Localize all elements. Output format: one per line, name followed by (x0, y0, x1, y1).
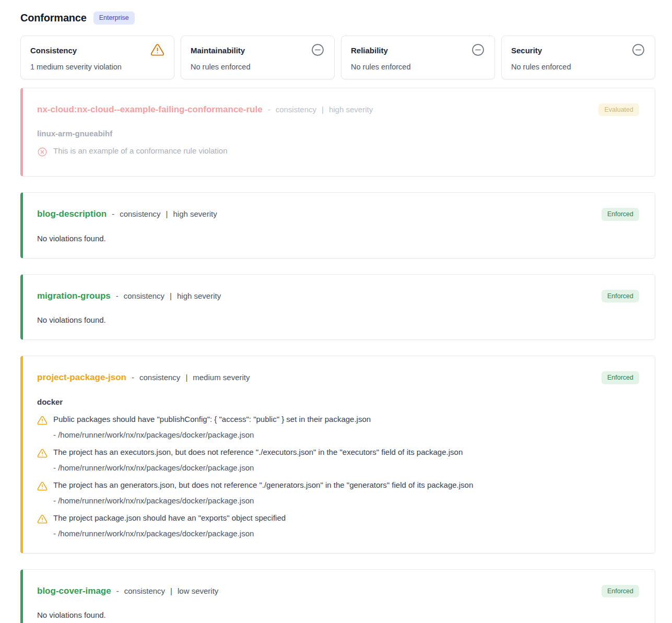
summary-card-consistency: Consistency 1 medium severity violation (20, 36, 174, 79)
rule-name-link[interactable]: project-package-json (37, 372, 126, 383)
rule-result-text: No violations found. (37, 610, 639, 619)
rule-category: consistency (276, 105, 316, 114)
project-name: linux-arm-gnueabihf (37, 129, 639, 138)
rule-result-text: No violations found. (37, 315, 639, 324)
rule-severity: low severity (178, 586, 218, 595)
page-title: Conformance (20, 12, 87, 24)
rule-severity: high severity (177, 291, 221, 300)
summary-card-title: Consistency (30, 43, 77, 55)
rule-severity: medium severity (193, 373, 250, 382)
status-badge: Enforced (602, 208, 639, 221)
violation-file-path: - /home/runner/work/nx/nx/packages/docke… (37, 496, 639, 505)
violation-file-path: - /home/runner/work/nx/nx/packages/docke… (37, 463, 639, 472)
warning-triangle-icon (37, 415, 48, 426)
page-header: Conformance Enterprise (20, 11, 655, 25)
meta-dash: - (116, 586, 119, 595)
rule-name-link[interactable]: nx-cloud:nx-cloud--example-failing-confo… (37, 104, 263, 115)
meta-pipe: | (170, 586, 172, 595)
warning-triangle-icon (37, 514, 48, 524)
meta-dash: - (268, 105, 270, 114)
project-name: docker (37, 397, 639, 406)
summary-card-status: 1 medium severity violation (30, 63, 164, 71)
rule-card-example-failing-conformance-rule: nx-cloud:nx-cloud--example-failing-confo… (20, 88, 655, 177)
warning-triangle-icon (150, 43, 164, 57)
summary-card-maintainability: Maintainability No rules enforced (181, 36, 335, 79)
violation-file-path: - /home/runner/work/nx/nx/packages/docke… (37, 529, 639, 538)
summary-card-reliability: Reliability No rules enforced (341, 36, 495, 79)
meta-dash: - (112, 209, 114, 218)
violation-message: The project has an executors.json, but d… (53, 448, 463, 456)
x-circle-icon (37, 147, 48, 157)
violation-message: The project has an generators.json, but … (53, 480, 473, 489)
rule-severity: high severity (329, 105, 373, 114)
minus-circle-icon (311, 43, 325, 57)
violation-message: Public packages should have "publishConf… (53, 415, 371, 424)
minus-circle-icon (631, 43, 645, 57)
rule-category: consistency (124, 291, 164, 300)
summary-card-title: Reliability (351, 43, 388, 55)
rule-category: consistency (124, 586, 165, 595)
violation-item: The project has an generators.json, but … (37, 480, 639, 505)
status-badge: Enforced (602, 290, 639, 303)
meta-dash: - (132, 373, 134, 382)
status-badge: Evaluated (598, 103, 639, 116)
summary-card-status: No rules enforced (191, 63, 325, 71)
minus-circle-icon (471, 43, 485, 57)
violation-item: The project package.json should have an … (37, 513, 639, 538)
rule-severity: high severity (173, 209, 217, 218)
violation-item: Public packages should have "publishConf… (37, 415, 639, 439)
summary-card-title: Maintainability (191, 43, 245, 55)
rule-name-link[interactable]: blog-description (37, 209, 107, 219)
meta-pipe: | (185, 373, 187, 382)
conformance-page: Conformance Enterprise Consistency 1 med… (0, 0, 672, 623)
rule-category: consistency (120, 209, 160, 218)
rule-category: consistency (139, 373, 180, 382)
rule-card-project-package-json: project-package-json - consistency | med… (20, 356, 655, 554)
meta-pipe: | (322, 105, 324, 114)
rule-card-blog-description: blog-description - consistency | high se… (20, 192, 655, 258)
rule-name-link[interactable]: migration-groups (37, 291, 111, 301)
summary-card-security: Security No rules enforced (501, 36, 655, 79)
enterprise-plan-badge: Enterprise (93, 11, 135, 25)
status-badge: Enforced (602, 585, 639, 598)
violation-file-path: - /home/runner/work/nx/nx/packages/docke… (37, 430, 639, 439)
violation-message: This is an example of a conformance rule… (53, 146, 228, 155)
meta-pipe: | (170, 291, 172, 300)
warning-triangle-icon (37, 481, 48, 491)
meta-pipe: | (166, 209, 168, 218)
rule-card-migration-groups: migration-groups - consistency | high se… (20, 274, 655, 340)
rule-name-link[interactable]: blog-cover-image (37, 586, 111, 596)
violation-message: The project package.json should have an … (53, 513, 286, 522)
meta-dash: - (116, 291, 119, 300)
status-badge: Enforced (602, 371, 639, 384)
summary-card-title: Security (511, 43, 542, 55)
summary-card-status: No rules enforced (351, 63, 485, 71)
summary-card-status: No rules enforced (511, 63, 645, 71)
violation-item: The project has an executors.json, but d… (37, 448, 639, 472)
warning-triangle-icon (37, 448, 48, 459)
summary-card-grid: Consistency 1 medium severity violation … (20, 36, 655, 79)
rule-card-blog-cover-image: blog-cover-image - consistency | low sev… (20, 569, 655, 623)
rule-result-text: No violations found. (37, 234, 639, 243)
